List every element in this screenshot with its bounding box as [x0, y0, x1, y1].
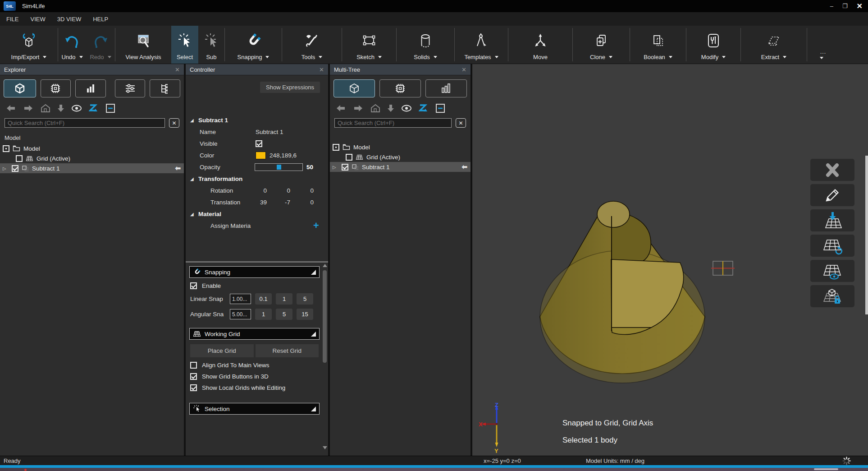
controller-scrollbar[interactable]	[321, 263, 328, 456]
tab-tree-structure[interactable]	[150, 79, 180, 97]
subtract-checkbox[interactable]	[12, 165, 18, 172]
tab-simulation-chip[interactable]	[41, 79, 71, 97]
expander-icon[interactable]: ▷	[3, 166, 9, 171]
model-checkbox[interactable]	[333, 144, 339, 151]
linear-snap-input[interactable]: 1.00...	[230, 294, 251, 304]
toolbar-undo[interactable]: Undo	[58, 26, 86, 64]
model-checkbox[interactable]	[3, 145, 9, 152]
reset-grid-button[interactable]	[810, 235, 854, 257]
add-material-button[interactable]: +	[313, 222, 319, 229]
menu-3d-view[interactable]: 3D VIEW	[57, 16, 81, 23]
back-arrow-icon[interactable]	[335, 104, 346, 112]
zoom-z-icon[interactable]	[89, 103, 99, 113]
align-grid-checkbox[interactable]	[190, 362, 197, 369]
close-icon[interactable]: ✕	[175, 66, 180, 73]
zoom-z-icon[interactable]	[419, 103, 429, 113]
snapping-section-header[interactable]: Snapping	[189, 266, 320, 278]
menu-file[interactable]: FILE	[6, 16, 18, 23]
toolbar-snapping[interactable]: Snapping	[225, 26, 282, 64]
menu-view[interactable]: VIEW	[30, 16, 45, 23]
eye-icon[interactable]	[71, 104, 82, 112]
toolbar-select[interactable]: Select	[171, 26, 198, 64]
close-icon[interactable]: ✕	[319, 66, 324, 73]
tree-row-model[interactable]: Model	[0, 143, 184, 153]
toolbar-sub[interactable]: Sub	[198, 26, 224, 64]
restore-button[interactable]: ❐	[842, 3, 848, 9]
home-icon[interactable]	[370, 104, 380, 113]
linear-preset-1[interactable]: 1	[276, 293, 292, 305]
grid-visibility-button[interactable]	[810, 260, 854, 282]
expander-icon[interactable]: ▷	[333, 165, 338, 170]
working-grid-section-header[interactable]: Working Grid	[189, 328, 320, 340]
object-title-row[interactable]: ◢ Subtract 1	[186, 114, 328, 126]
toolbar-templates[interactable]: Templates	[455, 26, 508, 64]
show-local-grids-checkbox[interactable]	[190, 384, 197, 391]
transformation-row[interactable]: ◢ Transformation	[186, 173, 328, 185]
material-row[interactable]: ◢ Material	[186, 208, 328, 220]
back-arrow-icon[interactable]	[5, 104, 16, 112]
search-input[interactable]	[334, 118, 452, 128]
cancel-button[interactable]	[810, 159, 854, 181]
opacity-slider[interactable]	[255, 163, 303, 171]
viewport-3d[interactable]: Z X Y Snapped to Grid, Grid Axis Selecte…	[472, 64, 868, 456]
toolbar-move[interactable]: Move	[508, 26, 572, 64]
show-expressions-button[interactable]: Show Expressions	[260, 82, 320, 93]
close-icon[interactable]: ✕	[461, 66, 466, 73]
tab-model-cube[interactable]	[333, 79, 375, 97]
home-icon[interactable]	[41, 104, 50, 113]
tree-row-subtract[interactable]: ▷ Subtract 1 ⬅	[330, 162, 471, 172]
down-arrow-icon[interactable]	[387, 104, 394, 113]
name-value[interactable]: Subtract 1	[256, 129, 283, 135]
angular-preset-1[interactable]: 1	[255, 309, 272, 320]
tree-row-grid[interactable]: Grid (Active)	[330, 152, 471, 162]
linear-preset-5[interactable]: 5	[297, 293, 313, 305]
minimize-button[interactable]: –	[830, 3, 833, 9]
place-grid-button[interactable]	[810, 209, 854, 231]
grid-checkbox[interactable]	[346, 154, 352, 161]
selection-section-header[interactable]: Selection	[189, 403, 320, 415]
toolbar-tools[interactable]: Tools	[282, 26, 342, 64]
tab-analysis-bars[interactable]	[425, 79, 467, 97]
toolbar-clone[interactable]: Clone	[573, 26, 630, 64]
tab-properties-sliders[interactable]	[115, 79, 146, 97]
subtract-checkbox[interactable]	[342, 164, 348, 171]
menu-help[interactable]: HELP	[93, 16, 108, 23]
slider-thumb[interactable]	[277, 165, 281, 170]
toolbar-overflow[interactable]: …	[807, 26, 868, 64]
angular-preset-5[interactable]: 5	[276, 309, 292, 320]
translation-z[interactable]: 0	[296, 199, 314, 206]
rotation-z[interactable]: 0	[296, 187, 314, 194]
scroll-thumb[interactable]	[323, 270, 327, 363]
viewport-scrollbar[interactable]	[865, 156, 868, 314]
visible-checkbox[interactable]	[256, 140, 262, 147]
cone-model[interactable]	[472, 64, 868, 456]
tab-model-cube[interactable]	[4, 79, 36, 97]
color-swatch[interactable]	[256, 152, 266, 159]
enable-checkbox[interactable]	[190, 282, 197, 289]
scroll-to-item-icon[interactable]: ⬅	[175, 164, 181, 172]
collapse-triangle-icon[interactable]: ◢	[190, 176, 194, 181]
clear-search-icon[interactable]: ✕	[456, 118, 466, 128]
eye-icon[interactable]	[401, 104, 412, 112]
tree-row-subtract[interactable]: ▷ Subtract 1 ⬅	[0, 163, 184, 173]
forward-arrow-icon[interactable]	[23, 104, 34, 112]
translation-x[interactable]: 39	[249, 199, 267, 206]
angular-preset-15[interactable]: 15	[297, 309, 313, 320]
reset-grid-button[interactable]: Reset Grid	[256, 344, 319, 357]
edit-button[interactable]	[810, 184, 854, 206]
toolbar-sketch[interactable]: Sketch	[342, 26, 396, 64]
collapse-triangle-icon[interactable]: ◢	[190, 212, 194, 217]
toolbar-view-analysis[interactable]: View Analysis	[115, 26, 171, 64]
forward-arrow-icon[interactable]	[353, 104, 364, 112]
scroll-down-icon[interactable]	[323, 446, 327, 449]
toolbar-imp-export[interactable]: Imp/Export	[0, 26, 58, 64]
place-grid-button[interactable]: Place Grid	[190, 344, 254, 357]
tree-row-model[interactable]: Model	[330, 142, 471, 152]
clear-search-icon[interactable]: ✕	[169, 118, 179, 128]
toolbar-boolean[interactable]: Boolean	[630, 26, 686, 64]
tab-analysis-bars[interactable]	[75, 79, 106, 97]
angular-snap-input[interactable]: 5.00...	[230, 309, 251, 319]
toolbar-solids[interactable]: Solids	[397, 26, 454, 64]
collapse-triangle-icon[interactable]: ◢	[190, 118, 194, 123]
scroll-to-item-icon[interactable]: ⬅	[461, 163, 467, 171]
